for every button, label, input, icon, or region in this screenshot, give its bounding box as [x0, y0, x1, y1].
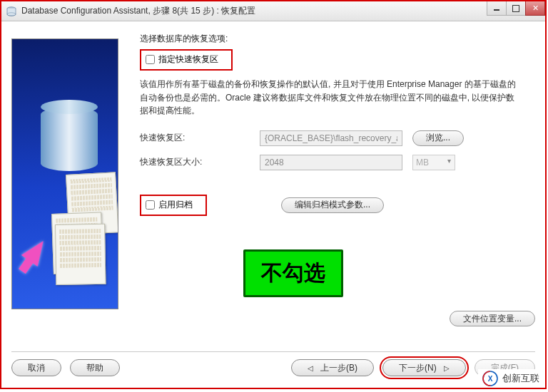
app-icon — [6, 6, 17, 17]
back-button[interactable]: 上一步(B) — [291, 359, 374, 376]
next-button[interactable]: 下一步(N) — [382, 359, 466, 376]
title-bar: Database Configuration Assistant, 步骤 8(共… — [1, 1, 545, 21]
archive-checkbox[interactable]: 启用归档 — [146, 199, 193, 211]
back-button-label: 上一步(B) — [320, 362, 357, 374]
minimize-button[interactable] — [487, 1, 507, 16]
recovery-size-label: 快速恢复区大小: — [140, 156, 260, 168]
recovery-area-label: 快速恢复区: — [140, 132, 260, 144]
cancel-button[interactable]: 取消 — [11, 359, 61, 376]
recovery-size-unit: MB — [412, 155, 455, 170]
watermark: X 创新互联 — [478, 369, 544, 388]
fast-recovery-description: 该值用作所有基于磁盘的备份和恢复操作的默认值, 并且对于使用 Enterpris… — [140, 78, 522, 118]
annotation-callout: 不勾选 — [243, 249, 343, 297]
highlight-box-fast-recovery: 指定快速恢复区 — [140, 49, 233, 71]
window-controls — [487, 1, 545, 16]
watermark-text: 创新互联 — [502, 372, 539, 385]
edit-archive-button[interactable]: 编辑归档模式参数... — [281, 197, 384, 213]
recovery-area-input — [260, 130, 402, 146]
close-button[interactable] — [525, 1, 545, 16]
svg-text:X: X — [488, 375, 493, 383]
section-heading: 选择数据库的恢复选项: — [140, 33, 535, 45]
window-title: Database Configuration Assistant, 步骤 8(共… — [21, 5, 255, 17]
highlight-box-archive: 启用归档 — [140, 195, 207, 216]
browse-button[interactable]: 浏览... — [412, 130, 464, 146]
file-location-button[interactable]: 文件位置变量... — [450, 311, 535, 326]
fast-recovery-checkbox-input[interactable] — [146, 55, 155, 64]
fast-recovery-checkbox[interactable]: 指定快速恢复区 — [146, 53, 218, 66]
wizard-banner — [11, 38, 118, 309]
watermark-logo-icon: X — [482, 371, 498, 386]
next-button-label: 下一步(N) — [399, 362, 437, 374]
archive-checkbox-label: 启用归档 — [158, 199, 193, 211]
help-button[interactable]: 帮助 — [70, 359, 120, 376]
archive-checkbox-input[interactable] — [146, 200, 155, 210]
fast-recovery-checkbox-label: 指定快速恢复区 — [158, 53, 218, 66]
wizard-button-bar: 取消 帮助 上一步(B) 下一步(N) 完成(F) — [11, 351, 535, 376]
maximize-button[interactable] — [506, 1, 526, 16]
recovery-size-input — [260, 155, 402, 170]
